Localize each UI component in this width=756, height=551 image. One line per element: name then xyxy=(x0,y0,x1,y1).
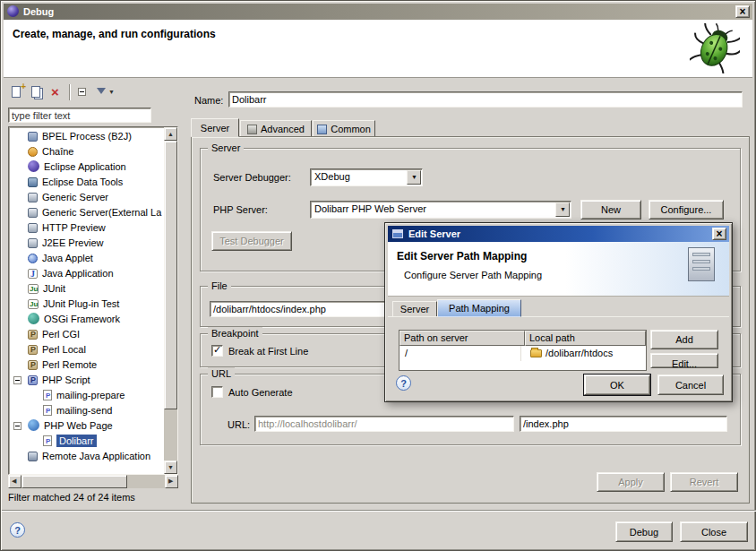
tree-item-label: Generic Server(External La xyxy=(42,207,161,218)
column-header-path-on-server[interactable]: Path on server xyxy=(399,331,525,346)
add-mapping-button[interactable]: Add xyxy=(650,330,718,349)
tree-item-label: J2EE Preview xyxy=(42,237,103,248)
php-server-select[interactable]: Dolibarr PHP Web Server xyxy=(310,201,571,219)
test-debugger-button[interactable]: Test Debugger xyxy=(211,231,292,251)
dialog-tab-path-mapping[interactable]: Path Mapping xyxy=(437,299,521,317)
tree-horizontal-scrollbar[interactable] xyxy=(8,475,178,488)
tree-item[interactable]: J2EE Preview xyxy=(10,236,163,251)
tree-item-label: PHP Web Page xyxy=(44,420,113,431)
filter-input[interactable] xyxy=(8,108,151,123)
server-debugger-value: XDebug xyxy=(314,171,406,182)
scroll-left-icon[interactable] xyxy=(8,475,21,488)
tree-item[interactable]: Perl CGI xyxy=(10,327,163,342)
tree-item[interactable]: Remote Java Application xyxy=(10,449,163,464)
break-first-line-checkbox[interactable] xyxy=(211,345,223,357)
scrollbar-thumb[interactable] xyxy=(164,141,177,409)
title-bar[interactable]: Debug xyxy=(4,4,752,20)
filter-menu-icon[interactable] xyxy=(94,83,121,101)
tree-item[interactable]: mailing-prepare xyxy=(10,388,163,403)
cancel-button[interactable]: Cancel xyxy=(657,375,724,395)
edit-mapping-button[interactable]: Edit... xyxy=(650,353,718,368)
dialog-banner: Edit Server Path Mapping Configure Serve… xyxy=(388,242,729,297)
server-icon xyxy=(28,208,38,218)
name-input[interactable] xyxy=(228,91,743,108)
scroll-up-icon[interactable] xyxy=(164,127,177,141)
dialog-title-bar[interactable]: Edit Server xyxy=(388,226,729,242)
remote-java-icon xyxy=(28,452,38,461)
duplicate-configuration-icon[interactable] xyxy=(28,83,46,101)
column-header-local-path[interactable]: Local path xyxy=(525,331,646,346)
configuration-tree: BPEL Process (B2J) Chaîne Eclipse Applic… xyxy=(8,126,178,475)
table-row[interactable]: / /dolibarr/htdocs xyxy=(399,346,646,361)
configure-server-button[interactable]: Configure... xyxy=(649,200,724,220)
php-server-label: PHP Server: xyxy=(213,204,268,215)
auto-generate-checkbox[interactable] xyxy=(211,386,223,398)
tree-item[interactable]: Generic Server(External La xyxy=(10,205,163,220)
tree-item[interactable]: Chaîne xyxy=(10,144,163,159)
tree-item-label: OSGi Framework xyxy=(44,314,120,324)
tree-item[interactable]: JUnit xyxy=(10,281,163,297)
tree-item-label: JUnit Plug-in Test xyxy=(43,298,119,309)
url-path-input[interactable] xyxy=(520,416,727,432)
tree-item[interactable]: HTTP Preview xyxy=(10,220,163,236)
apply-button[interactable]: Apply xyxy=(597,472,665,492)
chevron-down-icon[interactable] xyxy=(555,202,570,217)
auto-generate-label: Auto Generate xyxy=(228,387,293,398)
tree-item[interactable]: JUnit Plug-in Test xyxy=(10,297,163,312)
revert-button[interactable]: Revert xyxy=(670,472,738,492)
tree-item[interactable]: Generic Server xyxy=(10,190,163,205)
collapse-toggle-icon[interactable] xyxy=(13,422,21,430)
tree-item[interactable]: Java Application xyxy=(10,266,163,281)
tree-item-label: mailing-send xyxy=(56,405,112,416)
tree-vertical-scrollbar[interactable] xyxy=(164,127,177,474)
dialog-header: Create, manage, and run configurations xyxy=(4,20,752,78)
ok-button[interactable]: OK xyxy=(584,375,650,395)
tab-label: Path Mapping xyxy=(449,300,510,317)
tree-item[interactable]: Eclipse Data Tools xyxy=(10,175,163,190)
tab-server[interactable]: Server xyxy=(191,118,239,137)
tree-item[interactable]: mailing-send xyxy=(10,403,163,418)
path-mapping-table: Path on server Local path / /dolibarr/ht… xyxy=(399,330,647,371)
php-server-value: Dolibarr PHP Web Server xyxy=(314,203,554,214)
chevron-down-icon[interactable] xyxy=(407,170,421,185)
dialog-close-icon[interactable] xyxy=(712,228,726,240)
osgi-icon xyxy=(28,313,39,324)
tree-item[interactable]: Eclipse Application xyxy=(10,159,163,175)
tree-item[interactable]: PHP Web Page xyxy=(10,418,163,434)
tree-item[interactable]: PHP Script xyxy=(10,373,163,388)
php-file-icon xyxy=(43,435,52,446)
base-url-input[interactable] xyxy=(254,416,514,432)
tree-item[interactable]: Java Applet xyxy=(10,251,163,266)
tree-item-label: Perl Remote xyxy=(42,359,97,370)
tree-item[interactable]: OSGi Framework xyxy=(10,312,163,327)
debug-configurations-window: Debug Create, manage, and run configurat… xyxy=(0,0,756,551)
debug-button[interactable]: Debug xyxy=(615,521,673,542)
delete-configuration-icon[interactable] xyxy=(47,83,65,101)
tree-item[interactable]: Perl Local xyxy=(10,342,163,357)
server-debugger-select[interactable]: XDebug xyxy=(310,168,423,186)
close-icon[interactable] xyxy=(735,5,750,18)
new-server-button[interactable]: New xyxy=(580,200,641,220)
dialog-window-icon xyxy=(392,229,403,238)
perl-icon xyxy=(28,330,38,340)
php-web-icon xyxy=(28,419,39,431)
tree-item[interactable]: BPEL Process (B2J) xyxy=(10,129,163,144)
collapse-toggle-icon[interactable] xyxy=(13,376,21,384)
help-icon[interactable] xyxy=(10,522,25,538)
tree-item[interactable]: Perl Remote xyxy=(10,357,163,373)
tab-common[interactable]: Common xyxy=(313,120,375,137)
filter-status: Filter matched 24 of 24 items xyxy=(8,492,135,503)
scroll-down-icon[interactable] xyxy=(164,461,177,474)
dialog-help-icon[interactable] xyxy=(396,375,411,391)
close-button[interactable]: Close xyxy=(680,521,748,542)
new-configuration-icon[interactable] xyxy=(8,83,26,101)
junit-icon xyxy=(28,299,39,309)
scrollbar-thumb[interactable] xyxy=(21,475,127,488)
collapse-all-icon[interactable] xyxy=(74,83,92,101)
tab-advanced[interactable]: Advanced xyxy=(240,120,312,137)
dialog-tab-server[interactable]: Server xyxy=(392,301,437,317)
tree-item-label: PHP Script xyxy=(42,375,90,385)
scroll-right-icon[interactable] xyxy=(165,475,178,488)
tree-item-label: Dolibarr xyxy=(56,435,97,447)
tree-item-selected[interactable]: Dolibarr xyxy=(10,434,163,449)
